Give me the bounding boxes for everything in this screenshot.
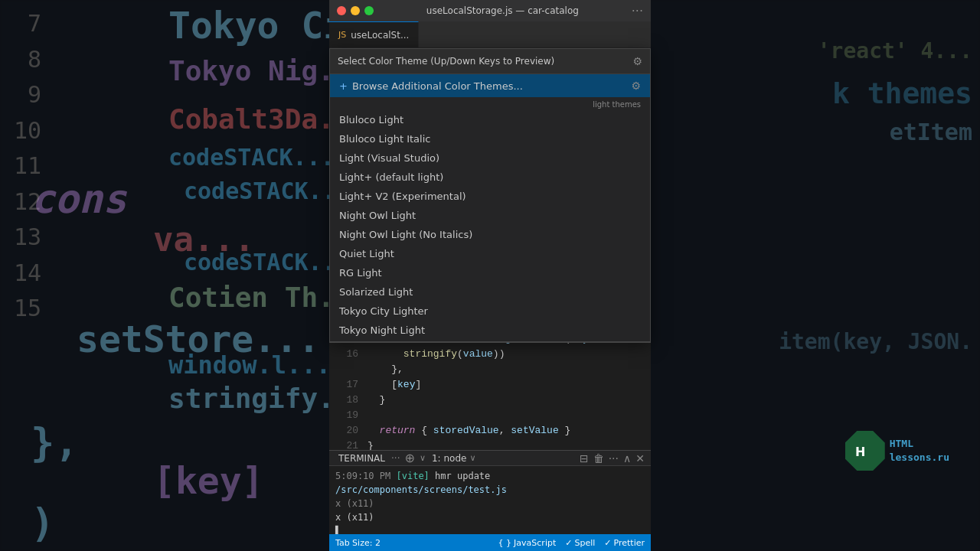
palette-settings-icon[interactable]: ⚙ (632, 55, 642, 67)
theme-item-light-plus[interactable]: Light+ (default light) (330, 168, 650, 187)
terminal-add-button[interactable]: ⊕ (404, 451, 414, 465)
terminal-cursor-line[interactable]: x (x11) (335, 510, 645, 524)
theme-item-night-owl-light-no-italics[interactable]: Night Owl Light (No Italics) (330, 225, 650, 244)
plus-icon: + (339, 80, 348, 92)
status-prettier[interactable]: ✓ Prettier (604, 538, 645, 548)
terminal-tab-bar: TERMINAL ··· ⊕ ∨ 1: node ∨ ⊟ 🗑 ··· ∧ ✕ (329, 451, 651, 466)
terminal-more-icon[interactable]: ··· (609, 452, 619, 465)
terminal-trash-icon[interactable]: 🗑 (593, 452, 604, 465)
theme-item-quiet-light[interactable]: Quiet Light (330, 244, 650, 263)
curly-icon: { } (498, 538, 512, 548)
theme-item-tokyo-night-light[interactable]: Tokyo Night Light (330, 321, 650, 340)
theme-item-rg-light[interactable]: RG Light (330, 263, 650, 282)
bg-text-codestack2: codeSTACK... (184, 178, 350, 204)
prettier-label: Prettier (614, 538, 645, 548)
color-theme-picker: Select Color Theme (Up/Down Keys to Prev… (329, 48, 651, 343)
theme-item-light-plus-v2[interactable]: Light+ V2 (Experimental) (330, 187, 650, 206)
close-button[interactable] (337, 6, 346, 15)
browse-settings-icon[interactable]: ⚙ (631, 80, 641, 92)
terminal-node-label[interactable]: 1: node (432, 453, 466, 464)
spell-label: Spell (574, 538, 595, 548)
terminal-icon-group: ⊟ 🗑 ··· ∧ ✕ (580, 452, 645, 465)
status-tab-size[interactable]: Tab Size: 2 (335, 538, 381, 548)
bg-text-paren: ) (31, 500, 54, 546)
palette-header: Select Color Theme (Up/Down Keys to Prev… (330, 49, 650, 74)
logo-text: HTMLlessons.ru (890, 437, 949, 465)
bg-text-key: [key] (153, 459, 264, 502)
terminal-node-chevron[interactable]: ∨ (469, 453, 475, 463)
theme-item-bluloco-light-italic[interactable]: Bluloco Light Italic (330, 129, 650, 148)
theme-item-solarized-light[interactable]: Solarized Light (330, 282, 650, 302)
svg-text:H: H (855, 445, 865, 459)
tab-bar: JS useLocalSt... (329, 21, 651, 48)
bg-text-brace-comma: }, (31, 419, 79, 465)
terminal-label: TERMINAL (335, 453, 388, 464)
vscode-window: useLocalStorage.js — car-catalog ··· JS … (329, 0, 651, 551)
palette-prompt: Select Color Theme (Up/Down Keys to Prev… (338, 56, 628, 67)
window-title: useLocalStorage.js — car-catalog (378, 5, 627, 16)
terminal-panel: TERMINAL ··· ⊕ ∨ 1: node ∨ ⊟ 🗑 ··· ∧ ✕ 5… (329, 450, 651, 534)
browse-themes-label: Browse Additional Color Themes... (352, 80, 627, 92)
minimize-button[interactable] (351, 6, 360, 15)
title-bar: useLocalStorage.js — car-catalog ··· (329, 0, 651, 21)
maximize-button[interactable] (364, 6, 374, 15)
terminal-close-icon[interactable]: ✕ (635, 452, 645, 465)
theme-item-light-visual-studio[interactable]: Light (Visual Studio) (330, 148, 650, 168)
theme-list: light themes Bluloco Light Bluloco Light… (330, 97, 650, 342)
bg-line-numbers: 789101112131415 (0, 0, 46, 333)
prettier-check-icon: ✓ (604, 538, 611, 548)
browse-themes-button[interactable]: + Browse Additional Color Themes... ⚙ (330, 74, 650, 97)
active-tab[interactable]: JS useLocalSt... (329, 21, 419, 47)
tab-size-label: Tab Size: 2 (335, 538, 381, 548)
language-label: JavaScript (514, 538, 556, 548)
window-menu-dots[interactable]: ··· (632, 4, 643, 18)
light-themes-label: light themes (330, 97, 650, 110)
terminal-split-icon[interactable]: ⊟ (580, 452, 589, 465)
terminal-prompt-line: x (x11) (335, 497, 645, 510)
theme-item-tokyo-city-lighter[interactable]: Tokyo City Lighter (330, 302, 650, 321)
terminal-maximize-icon[interactable]: ∧ (623, 452, 631, 465)
tab-js-icon: JS (338, 30, 346, 40)
bg-text-cons: cons (31, 176, 126, 222)
bg-text-codestack1: codeSTACK... (168, 144, 335, 171)
bg-text-window: window.l... (168, 350, 331, 380)
bg-text-codestack3: codeSTACK... (184, 249, 350, 276)
terminal-content: 5:09:10 PM [vite] hmr update /src/compon… (329, 466, 651, 541)
html-lessons-logo: H HTMLlessons.ru (838, 463, 961, 513)
terminal-chevron-down[interactable]: ∨ (420, 453, 426, 463)
status-right-items: { } JavaScript ✓ Spell ✓ Prettier (498, 538, 645, 548)
tab-filename: useLocalSt... (351, 30, 409, 41)
theme-item-bluloco-light[interactable]: Bluloco Light (330, 110, 650, 129)
status-bar: Tab Size: 2 { } JavaScript ✓ Spell ✓ Pre… (329, 534, 651, 551)
theme-item-night-owl-light[interactable]: Night Owl Light (330, 206, 650, 225)
terminal-tab-dots[interactable]: ··· (391, 453, 400, 464)
spell-check-icon: ✓ (565, 538, 572, 548)
terminal-log-line: 5:09:10 PM [vite] hmr update /src/compon… (335, 469, 645, 497)
theme-separator (330, 341, 650, 342)
status-spell[interactable]: ✓ Spell (565, 538, 595, 548)
logo-icon: H (845, 431, 885, 471)
status-language[interactable]: { } JavaScript (498, 538, 557, 548)
